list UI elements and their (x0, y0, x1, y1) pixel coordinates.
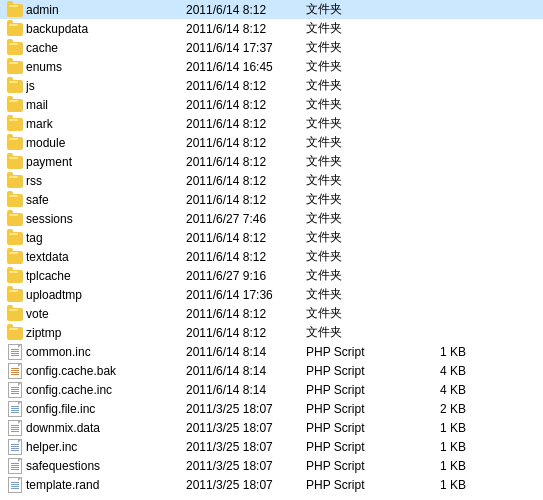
file-type: 文件夹 (306, 191, 406, 208)
file-name: js (26, 79, 186, 93)
file-name: downmix.data (26, 421, 186, 435)
file-date: 2011/6/14 8:14 (186, 383, 306, 397)
file-size: 1 KB (406, 478, 466, 492)
folder-icon (7, 118, 23, 131)
file-name: admin (26, 3, 186, 17)
file-type: 文件夹 (306, 20, 406, 37)
folder-icon (7, 327, 23, 340)
file-date: 2011/6/27 7:46 (186, 212, 306, 226)
php-icon (8, 382, 22, 398)
folder-icon (7, 308, 23, 321)
file-type: 文件夹 (306, 39, 406, 56)
file-name: payment (26, 155, 186, 169)
list-item[interactable]: cache2011/6/14 17:37文件夹 (0, 38, 543, 57)
file-name: mail (26, 98, 186, 112)
file-date: 2011/6/14 17:36 (186, 288, 306, 302)
file-name: ziptmp (26, 326, 186, 340)
file-date: 2011/6/14 8:12 (186, 3, 306, 17)
file-size: 1 KB (406, 440, 466, 454)
file-name: config.file.inc (26, 402, 186, 416)
file-date: 2011/3/25 18:07 (186, 402, 306, 416)
file-type: 文件夹 (306, 172, 406, 189)
file-type: 文件夹 (306, 96, 406, 113)
file-type: 文件夹 (306, 134, 406, 151)
list-item[interactable]: ziptmp2011/6/14 8:12文件夹 (0, 323, 543, 342)
file-type: 文件夹 (306, 267, 406, 284)
file-size: 1 KB (406, 459, 466, 473)
file-date: 2011/6/14 8:12 (186, 98, 306, 112)
file-date: 2011/6/14 8:14 (186, 345, 306, 359)
list-item[interactable]: safe2011/6/14 8:12文件夹 (0, 190, 543, 209)
file-name: safequestions (26, 459, 186, 473)
list-item[interactable]: config.cache.bak2011/6/14 8:14PHP Script… (0, 361, 543, 380)
list-item[interactable]: downmix.data2011/3/25 18:07PHP Script1 K… (0, 418, 543, 437)
list-item[interactable]: tag2011/6/14 8:12文件夹 (0, 228, 543, 247)
file-date: 2011/6/14 8:12 (186, 193, 306, 207)
file-type: PHP Script (306, 421, 406, 435)
file-type: 文件夹 (306, 305, 406, 322)
file-date: 2011/6/14 8:12 (186, 174, 306, 188)
file-type: PHP Script (306, 402, 406, 416)
list-item[interactable]: config.cache.inc2011/6/14 8:14PHP Script… (0, 380, 543, 399)
file-date: 2011/6/14 8:12 (186, 155, 306, 169)
list-item[interactable]: uploadtmp2011/6/14 17:36文件夹 (0, 285, 543, 304)
file-name: sessions (26, 212, 186, 226)
file-name: tag (26, 231, 186, 245)
file-date: 2011/6/14 8:12 (186, 79, 306, 93)
file-type: PHP Script (306, 478, 406, 492)
folder-icon (7, 80, 23, 93)
file-type: PHP Script (306, 364, 406, 378)
list-item[interactable]: config.file.inc2011/3/25 18:07PHP Script… (0, 399, 543, 418)
file-name: cache (26, 41, 186, 55)
list-item[interactable]: backupdata2011/6/14 8:12文件夹 (0, 19, 543, 38)
file-type: 文件夹 (306, 210, 406, 227)
list-item[interactable]: js2011/6/14 8:12文件夹 (0, 76, 543, 95)
file-type: 文件夹 (306, 115, 406, 132)
file-date: 2011/6/14 8:14 (186, 364, 306, 378)
folder-icon (7, 194, 23, 207)
file-date: 2011/3/25 18:07 (186, 478, 306, 492)
file-size: 4 KB (406, 364, 466, 378)
folder-icon (7, 61, 23, 74)
file-type: 文件夹 (306, 153, 406, 170)
file-name: uploadtmp (26, 288, 186, 302)
file-date: 2011/6/14 8:12 (186, 231, 306, 245)
folder-icon (7, 137, 23, 150)
list-item[interactable]: vote2011/6/14 8:12文件夹 (0, 304, 543, 323)
file-name: helper.inc (26, 440, 186, 454)
list-item[interactable]: mail2011/6/14 8:12文件夹 (0, 95, 543, 114)
file-type: PHP Script (306, 440, 406, 454)
php-icon (8, 401, 22, 417)
list-item[interactable]: common.inc2011/6/14 8:14PHP Script1 KB (0, 342, 543, 361)
file-date: 2011/3/25 18:07 (186, 421, 306, 435)
file-name: template.rand (26, 478, 186, 492)
file-name: rss (26, 174, 186, 188)
list-item[interactable]: textdata2011/6/14 8:12文件夹 (0, 247, 543, 266)
list-item[interactable]: admin2011/6/14 8:12文件夹 (0, 0, 543, 19)
file-type: PHP Script (306, 459, 406, 473)
file-name: enums (26, 60, 186, 74)
list-item[interactable]: mark2011/6/14 8:12文件夹 (0, 114, 543, 133)
list-item[interactable]: module2011/6/14 8:12文件夹 (0, 133, 543, 152)
php-icon (8, 458, 22, 474)
file-type: PHP Script (306, 383, 406, 397)
list-item[interactable]: safequestions2011/3/25 18:07PHP Script1 … (0, 456, 543, 475)
php-icon (8, 420, 22, 436)
list-item[interactable]: payment2011/6/14 8:12文件夹 (0, 152, 543, 171)
list-item[interactable]: sessions2011/6/27 7:46文件夹 (0, 209, 543, 228)
php-icon (8, 439, 22, 455)
file-date: 2011/6/14 17:37 (186, 41, 306, 55)
php-icon (8, 344, 22, 360)
file-date: 2011/6/14 8:12 (186, 22, 306, 36)
file-name: mark (26, 117, 186, 131)
file-name: backupdata (26, 22, 186, 36)
list-item[interactable]: enums2011/6/14 16:45文件夹 (0, 57, 543, 76)
list-item[interactable]: tplcache2011/6/27 9:16文件夹 (0, 266, 543, 285)
folder-icon (7, 251, 23, 264)
file-date: 2011/6/27 9:16 (186, 269, 306, 283)
file-type: 文件夹 (306, 1, 406, 18)
list-item[interactable]: rss2011/6/14 8:12文件夹 (0, 171, 543, 190)
list-item[interactable]: template.rand2011/3/25 18:07PHP Script1 … (0, 475, 543, 494)
folder-icon (7, 42, 23, 55)
list-item[interactable]: helper.inc2011/3/25 18:07PHP Script1 KB (0, 437, 543, 456)
